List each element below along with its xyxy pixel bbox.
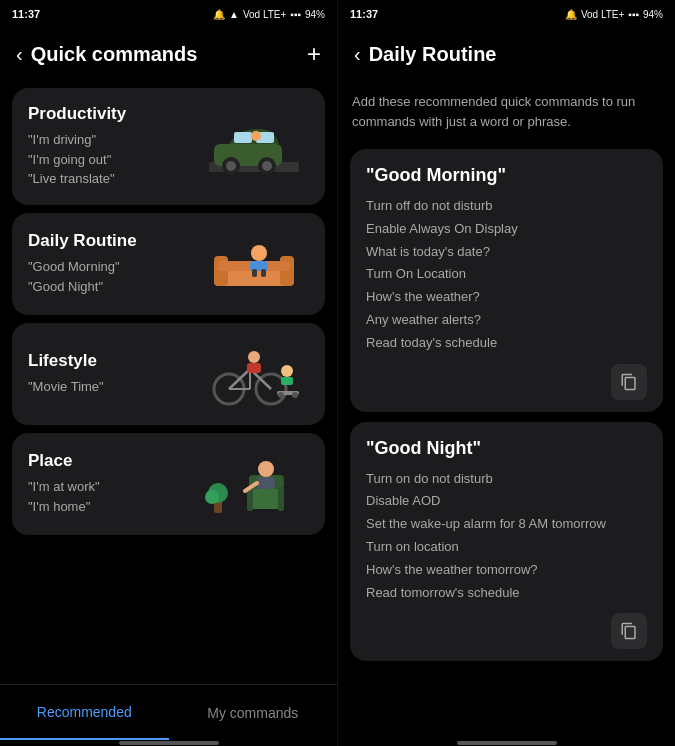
description: Add these recommended quick commands to …	[350, 88, 663, 139]
command-item: Turn On Location	[366, 264, 647, 285]
right-battery: 94%	[643, 9, 663, 20]
productivity-image	[199, 111, 309, 181]
svg-rect-37	[278, 487, 284, 511]
copy-icon	[620, 373, 638, 391]
command-item: Set the wake-up alarm for 8 AM tomorrow	[366, 514, 647, 535]
command-item: How's the weather?	[366, 287, 647, 308]
daily-routine-subtitle: "Good Morning" "Good Night"	[28, 257, 137, 296]
svg-point-24	[248, 351, 260, 363]
svg-rect-2	[234, 132, 252, 143]
right-time: 11:37	[350, 8, 378, 20]
signal-icon: Vod LTE+	[243, 9, 286, 20]
command-item: What is today's date?	[366, 242, 647, 263]
good-night-title: "Good Night"	[366, 438, 647, 459]
good-morning-title: "Good Morning"	[366, 165, 647, 186]
svg-point-8	[251, 131, 261, 141]
svg-rect-25	[247, 363, 261, 373]
productivity-text: Productivity "I'm driving" "I'm going ou…	[28, 104, 126, 189]
daily-routine-card[interactable]: Daily Routine "Good Morning" "Good Night…	[12, 213, 325, 315]
svg-point-7	[262, 161, 272, 171]
left-home-bar	[119, 741, 219, 745]
right-wifi-icon: ▪▪▪	[628, 9, 639, 20]
command-item: Enable Always On Display	[366, 219, 647, 240]
tab-my-commands[interactable]: My commands	[169, 685, 338, 740]
place-card[interactable]: Place "I'm at work" "I'm home"	[12, 433, 325, 535]
good-morning-footer	[366, 364, 647, 400]
left-back-button[interactable]: ‹	[16, 43, 23, 66]
right-back-button[interactable]: ‹	[354, 43, 361, 66]
copy-button-morning[interactable]	[611, 364, 647, 400]
alarm-icon: 🔔	[213, 9, 225, 20]
productivity-card[interactable]: Productivity "I'm driving" "I'm going ou…	[12, 88, 325, 205]
good-night-card[interactable]: "Good Night" Turn on do not disturb Disa…	[350, 422, 663, 662]
right-status-icons: 🔔 Vod LTE+ ▪▪▪ 94%	[565, 9, 663, 20]
svg-rect-16	[261, 269, 266, 277]
daily-routine-text: Daily Routine "Good Morning" "Good Night…	[28, 231, 137, 296]
command-item: Disable AOD	[366, 491, 647, 512]
copy-button-night[interactable]	[611, 613, 647, 649]
svg-point-26	[281, 365, 293, 377]
command-item: How's the weather tomorrow?	[366, 560, 647, 581]
left-header: ‹ Quick commands +	[0, 28, 337, 80]
tab-recommended[interactable]: Recommended	[0, 685, 169, 740]
svg-point-38	[258, 461, 274, 477]
lifestyle-image	[199, 339, 309, 409]
svg-line-19	[229, 369, 250, 389]
daily-routine-title: Daily Routine	[28, 231, 137, 251]
right-signal-icon: Vod LTE+	[581, 9, 624, 20]
right-status-bar: 11:37 🔔 Vod LTE+ ▪▪▪ 94%	[338, 0, 675, 28]
productivity-subtitle: "I'm driving" "I'm going out" "Live tran…	[28, 130, 126, 189]
svg-point-5	[226, 161, 236, 171]
good-night-footer	[366, 613, 647, 649]
command-item: Turn on location	[366, 537, 647, 558]
copy-icon	[620, 622, 638, 640]
svg-point-30	[292, 392, 298, 398]
command-item: Turn off do not disturb	[366, 196, 647, 217]
right-alarm-icon: 🔔	[565, 9, 577, 20]
right-bottom-indicator	[338, 740, 675, 746]
right-panel: 11:37 🔔 Vod LTE+ ▪▪▪ 94% ‹ Daily Routine…	[337, 0, 675, 746]
svg-rect-15	[252, 269, 257, 277]
left-status-icons: 🔔 ▲ Vod LTE+ ▪▪▪ 94%	[213, 9, 325, 20]
command-item: Any weather alerts?	[366, 310, 647, 331]
wifi-icon: ▪▪▪	[290, 9, 301, 20]
lifestyle-title: Lifestyle	[28, 351, 104, 371]
cards-list: Productivity "I'm driving" "I'm going ou…	[0, 80, 337, 684]
right-page-title: Daily Routine	[369, 43, 659, 66]
place-text: Place "I'm at work" "I'm home"	[28, 451, 100, 516]
svg-rect-39	[257, 477, 275, 489]
svg-point-33	[205, 490, 219, 504]
command-item: Turn on do not disturb	[366, 469, 647, 490]
left-bottom-indicator	[0, 740, 337, 746]
left-status-bar: 11:37 🔔 ▲ Vod LTE+ ▪▪▪ 94%	[0, 0, 337, 28]
place-title: Place	[28, 451, 100, 471]
lifestyle-subtitle: "Movie Time"	[28, 377, 104, 397]
left-page-title: Quick commands	[31, 43, 299, 66]
good-morning-card[interactable]: "Good Morning" Turn off do not disturb E…	[350, 149, 663, 412]
svg-point-13	[251, 245, 267, 261]
place-subtitle: "I'm at work" "I'm home"	[28, 477, 100, 516]
daily-routine-image	[199, 229, 309, 299]
good-morning-list: Turn off do not disturb Enable Always On…	[366, 196, 647, 354]
good-night-list: Turn on do not disturb Disable AOD Set t…	[366, 469, 647, 604]
left-time: 11:37	[12, 8, 40, 20]
lifestyle-text: Lifestyle "Movie Time"	[28, 351, 104, 397]
place-image	[199, 449, 309, 519]
right-header: ‹ Daily Routine	[338, 28, 675, 80]
right-home-bar	[457, 741, 557, 745]
left-panel: 11:37 🔔 ▲ Vod LTE+ ▪▪▪ 94% ‹ Quick comma…	[0, 0, 337, 746]
svg-rect-27	[281, 377, 293, 385]
command-item: Read tomorrow's schedule	[366, 583, 647, 604]
svg-point-29	[278, 392, 284, 398]
command-item: Read today's schedule	[366, 333, 647, 354]
add-button[interactable]: +	[307, 40, 321, 68]
productivity-title: Productivity	[28, 104, 126, 124]
lifestyle-card[interactable]: Lifestyle "Movie Time"	[12, 323, 325, 425]
battery-left: 94%	[305, 9, 325, 20]
right-cards-area: Add these recommended quick commands to …	[338, 80, 675, 740]
bottom-tabs: Recommended My commands	[0, 684, 337, 740]
location-icon: ▲	[229, 9, 239, 20]
